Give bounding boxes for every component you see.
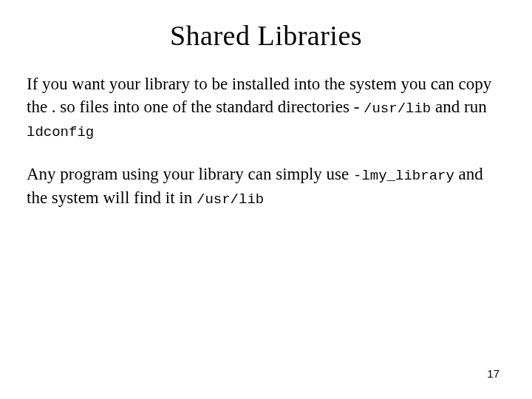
paragraph-1: If you want your library to be installed… xyxy=(27,72,505,142)
paragraph-1-text-2: and run xyxy=(431,98,486,116)
paragraph-2: Any program using your library can simpl… xyxy=(27,163,505,209)
slide-title: Shared Libraries xyxy=(27,19,505,52)
paragraph-2-text-1: Any program using your library can simpl… xyxy=(27,165,353,183)
slide: Shared Libraries If you want your librar… xyxy=(0,0,532,399)
code-ldconfig: ldconfig xyxy=(27,124,94,140)
code-lmy-library: -lmy_library xyxy=(353,168,454,184)
slide-body: If you want your library to be installed… xyxy=(27,72,505,210)
code-usr-lib-2: /usr/lib xyxy=(197,191,264,208)
code-usr-lib: /usr/lib xyxy=(364,100,431,117)
page-number: 17 xyxy=(487,367,499,380)
